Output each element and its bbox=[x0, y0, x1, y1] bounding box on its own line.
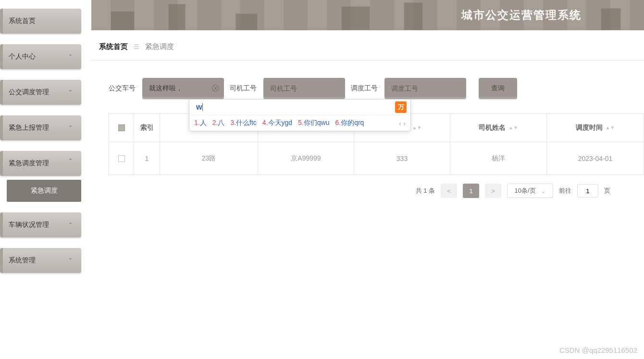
ime-cursor bbox=[202, 103, 203, 111]
banner: 城市公交运营管理系统 bbox=[91, 0, 644, 30]
sidebar-item-label: 系统首页 bbox=[9, 17, 36, 25]
sidebar-item-emergency-report[interactable]: 紧急上报管理⌄ bbox=[0, 115, 81, 140]
sidebar-item-bus-dispatch[interactable]: 公交调度管理⌄ bbox=[0, 80, 81, 105]
chevron-down-icon: ⌄ bbox=[541, 187, 546, 195]
page-number-button[interactable]: 1 bbox=[463, 184, 479, 198]
td-checkbox[interactable] bbox=[109, 142, 134, 174]
sidebar-item-profile[interactable]: 个人中心⌄ bbox=[0, 44, 81, 69]
td-driver-name: 杨洋 bbox=[450, 142, 547, 174]
sidebar-item-label: 个人中心 bbox=[9, 52, 36, 61]
th-dispatch-time[interactable]: 调度时间▲▼ bbox=[547, 114, 644, 142]
td-driver-id: 333 bbox=[354, 142, 450, 174]
ime-candidate[interactable]: 3.什么ftc bbox=[230, 119, 256, 127]
ime-candidate[interactable]: 1.人 bbox=[194, 119, 207, 127]
breadcrumb-sep-icon: ☰ bbox=[134, 43, 139, 50]
breadcrumb: 系统首页 ☰ 紧急调度 bbox=[91, 30, 644, 61]
sidebar-item-home[interactable]: 系统首页 bbox=[0, 9, 81, 34]
sidebar-item-emergency-dispatch[interactable]: 紧急调度管理⌃ bbox=[0, 151, 81, 176]
chevron-up-icon: ⌃ bbox=[68, 158, 73, 164]
ime-input-text: w bbox=[196, 103, 202, 111]
sidebar-item-label: 紧急上报管理 bbox=[9, 124, 49, 132]
chevron-down-icon: ⌄ bbox=[68, 255, 73, 261]
sidebar-item-label: 公交调度管理 bbox=[9, 88, 49, 97]
goto-label: 前往 bbox=[559, 186, 571, 195]
ime-candidate[interactable]: 2.八 bbox=[212, 119, 225, 127]
sidebar-item-label: 紧急调度 bbox=[31, 186, 58, 195]
main-area: 城市公交运营管理系统 系统首页 ☰ 紧急调度 公交车号 ⓧ 司机工号 调度工号 … bbox=[91, 0, 644, 359]
ime-next-icon[interactable]: › bbox=[403, 119, 406, 127]
page-prev-button[interactable]: < bbox=[441, 184, 457, 198]
page-next-button[interactable]: > bbox=[485, 184, 501, 198]
driver-id-label: 司机工号 bbox=[230, 84, 257, 93]
page-total: 共 1 条 bbox=[416, 186, 435, 195]
clear-icon[interactable]: ⓧ bbox=[212, 84, 219, 93]
dispatch-id-input-wrap bbox=[384, 78, 466, 99]
pagination: 共 1 条 < 1 > 10条/页⌄ 前往 页 bbox=[91, 175, 644, 198]
sidebar-item-label: 系统管理 bbox=[9, 256, 36, 265]
query-button[interactable]: 查询 bbox=[479, 78, 517, 99]
sidebar-item-label: 紧急调度管理 bbox=[9, 159, 49, 168]
chevron-down-icon: ⌄ bbox=[68, 87, 73, 93]
th-checkbox[interactable] bbox=[109, 114, 134, 142]
chevron-down-icon: ⌄ bbox=[68, 219, 73, 225]
checkbox-icon bbox=[118, 155, 125, 162]
sort-icon: ▲▼ bbox=[508, 126, 518, 129]
breadcrumb-home[interactable]: 系统首页 bbox=[99, 42, 128, 50]
chevron-down-icon: ⌄ bbox=[68, 122, 73, 128]
td-index: 1 bbox=[134, 142, 160, 174]
sort-icon: ▲▼ bbox=[412, 126, 422, 129]
banner-decoration bbox=[91, 0, 644, 30]
dispatch-id-label: 调度工号 bbox=[351, 84, 378, 93]
table-row[interactable]: 1 23路 京A99999 333 杨洋 2023-04-01 bbox=[109, 142, 644, 174]
ime-input-row: w 万 bbox=[189, 99, 410, 115]
th-index: 索引 bbox=[134, 114, 160, 142]
page-size-select[interactable]: 10条/页⌄ bbox=[507, 184, 553, 198]
dispatch-id-input[interactable] bbox=[391, 85, 452, 92]
ime-logo-icon: 万 bbox=[395, 101, 407, 113]
sidebar-item-vehicle-status[interactable]: 车辆状况管理⌄ bbox=[0, 212, 81, 237]
ime-candidate[interactable]: 6.你的qrq bbox=[335, 119, 364, 127]
chevron-down-icon: ⌄ bbox=[68, 51, 73, 57]
td-plate: 京A99999 bbox=[258, 142, 354, 174]
sort-icon: ▲▼ bbox=[606, 126, 615, 129]
goto-page-input[interactable] bbox=[577, 184, 598, 198]
bus-no-label: 公交车号 bbox=[109, 84, 136, 93]
td-dispatch-time: 2023-04-01 bbox=[547, 142, 644, 174]
ime-candidate[interactable]: 4.今天ygd bbox=[262, 119, 292, 127]
ime-candidates-row: 1.人 2.八 3.什么ftc 4.今天ygd 5.你们qwu 6.你的qrq … bbox=[189, 115, 410, 131]
driver-id-input[interactable] bbox=[270, 85, 331, 92]
td-bus-no: 23路 bbox=[160, 142, 258, 174]
breadcrumb-current: 紧急调度 bbox=[145, 42, 174, 50]
th-driver-name[interactable]: 司机姓名▲▼ bbox=[450, 114, 547, 142]
sidebar-item-system[interactable]: 系统管理⌄ bbox=[0, 248, 81, 273]
ime-candidate[interactable]: 5.你们qwu bbox=[298, 119, 329, 127]
ime-prev-icon[interactable]: ‹ bbox=[399, 119, 401, 127]
driver-id-input-wrap bbox=[263, 78, 345, 99]
bus-no-input[interactable] bbox=[149, 85, 210, 92]
sidebar-sub-emergency-dispatch[interactable]: 紧急调度 bbox=[7, 180, 81, 202]
sidebar: 系统首页 个人中心⌄ 公交调度管理⌄ 紧急上报管理⌄ 紧急调度管理⌃ 紧急调度 … bbox=[0, 0, 84, 359]
watermark: CSDN @qq2295116502 bbox=[559, 346, 637, 354]
sidebar-item-label: 车辆状况管理 bbox=[9, 221, 49, 229]
ime-panel: w 万 1.人 2.八 3.什么ftc 4.今天ygd 5.你们qwu 6.你的… bbox=[189, 99, 411, 131]
bus-no-input-wrap: ⓧ bbox=[142, 78, 224, 99]
checkbox-icon bbox=[118, 124, 125, 131]
goto-suffix: 页 bbox=[604, 186, 610, 195]
ime-nav: ‹ › bbox=[399, 119, 406, 127]
